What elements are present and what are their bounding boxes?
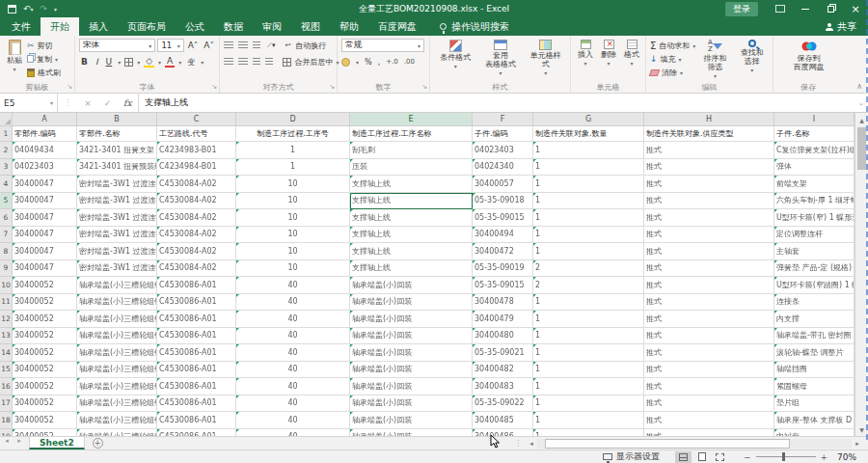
column-header-D[interactable]: D: [236, 113, 350, 126]
accounting-format-icon[interactable]: [341, 58, 350, 67]
cell-H1[interactable]: 制造件关联对象.供应类型: [644, 126, 774, 142]
autosum-button[interactable]: 自动求和▾: [650, 39, 695, 52]
cell-I8[interactable]: 主轴套: [774, 243, 854, 260]
cell-D18[interactable]: 40: [236, 412, 350, 429]
cell-H16[interactable]: 推式: [644, 378, 774, 395]
cell-D4[interactable]: 10: [236, 176, 350, 193]
cell-I3[interactable]: 弹体: [774, 159, 854, 177]
comma-style-button[interactable]: ,: [378, 58, 381, 67]
page-layout-view-button[interactable]: [693, 451, 710, 463]
cell-A4[interactable]: 30400047: [13, 176, 77, 193]
cell-H18[interactable]: 推式: [644, 412, 774, 429]
row-header-5[interactable]: 5: [0, 193, 13, 210]
tab-file[interactable]: 文件: [2, 17, 41, 36]
cell-F19[interactable]: 30400486: [473, 429, 533, 437]
align-bottom-icon[interactable]: [253, 41, 260, 49]
orientation-icon[interactable]: ⟋▾: [265, 41, 277, 49]
cell-E15[interactable]: 轴承端盖(小)回装: [350, 362, 473, 379]
redo-icon[interactable]: ↷: [41, 0, 48, 17]
column-header-I[interactable]: I: [774, 113, 854, 126]
cell-A7[interactable]: 30400047: [13, 227, 77, 244]
merge-center-button[interactable]: 合并后居中▾: [283, 55, 339, 68]
cell-B3[interactable]: 3421-3401 扭簧预装组件: [77, 159, 157, 177]
cell-C17[interactable]: C4530086-A01: [157, 395, 236, 413]
cell-A6[interactable]: 30400047: [13, 209, 77, 227]
zoom-level[interactable]: 70%: [837, 452, 856, 462]
cell-E7[interactable]: 支撑轴上线: [350, 227, 473, 244]
cell-A13[interactable]: 30400052: [13, 328, 77, 345]
cell-E4[interactable]: 支撑轴上线: [350, 176, 473, 193]
select-all-corner[interactable]: [0, 113, 13, 126]
cell-H2[interactable]: 推式: [644, 142, 774, 159]
normal-view-button[interactable]: [675, 451, 692, 463]
format-as-table-button[interactable]: 套用 表格格式 ▾: [479, 39, 523, 82]
number-dialog-launcher[interactable]: ↘: [421, 83, 427, 92]
cell-B7[interactable]: 密封端盖-3W1 过渡连接_1.04 支撑轴组件: [77, 227, 157, 244]
insert-function-button[interactable]: fx: [123, 98, 131, 108]
cell-E2[interactable]: 刮毛刺: [350, 142, 473, 159]
cell-G14[interactable]: 1: [533, 344, 644, 362]
qat-customize-icon[interactable]: ▾: [54, 6, 57, 13]
cell-I10[interactable]: U型环卡箍(窄踏圈) 1 蝶形垫片-D: [774, 277, 854, 294]
row-header-15[interactable]: 15: [0, 362, 13, 379]
cell-I14[interactable]: 滚轮轴-蝶垫 调整片: [774, 344, 854, 362]
align-left-icon[interactable]: [224, 58, 233, 66]
cell-D7[interactable]: 10: [236, 227, 350, 244]
row-header-13[interactable]: 13: [0, 328, 13, 345]
font-family-select[interactable]: 宋体▾: [79, 39, 155, 52]
sort-filter-button[interactable]: AZ 排序和筛选 ▾: [697, 39, 732, 82]
cell-D8[interactable]: 10: [236, 243, 350, 260]
cell-C13[interactable]: C4530086-A01: [157, 328, 236, 345]
cell-I2[interactable]: C复位弹簧支架(拉杆)组件: [774, 142, 854, 159]
cell-H12[interactable]: 推式: [644, 311, 774, 328]
vertical-scroll-thumb[interactable]: [857, 127, 866, 170]
formula-input[interactable]: 支撑轴上线: [139, 94, 854, 112]
sign-in-button[interactable]: 登录: [725, 2, 758, 16]
cell-E19[interactable]: 轴承端盖(小)回装: [350, 429, 473, 437]
row-header-2[interactable]: 2: [0, 142, 13, 159]
cell-C16[interactable]: C4530086-A01: [157, 378, 236, 395]
cell-D16[interactable]: 40: [236, 378, 350, 395]
cell-E13[interactable]: 轴承端盖(小)回装: [350, 328, 473, 345]
row-header-3[interactable]: 3: [0, 159, 13, 177]
fill-button[interactable]: 填充▾: [650, 52, 695, 66]
cell-A19[interactable]: 30400052: [13, 429, 77, 437]
cell-styles-button[interactable]: 单元格样式 ▾: [524, 39, 567, 82]
cell-C9[interactable]: C4530084-A02: [157, 260, 236, 278]
cell-G16[interactable]: 1: [533, 378, 644, 395]
cell-D9[interactable]: 10: [236, 260, 350, 278]
cell-I12[interactable]: 内支撑: [774, 311, 854, 328]
row-header-4[interactable]: 4: [0, 176, 13, 193]
close-button[interactable]: ×: [843, 0, 868, 17]
row-header-17[interactable]: 17: [0, 395, 13, 413]
tab-scrollbar-divider[interactable]: ⋮: [514, 439, 522, 448]
cell-F17[interactable]: 05-35-09022: [473, 395, 533, 413]
align-middle-icon[interactable]: [238, 41, 248, 49]
collapse-ribbon-icon[interactable]: ∧: [856, 82, 862, 91]
cell-G2[interactable]: 1: [533, 142, 644, 159]
insert-cells-button[interactable]: 插入 ▾: [575, 39, 596, 82]
restore-button[interactable]: [818, 0, 843, 17]
cell-C19[interactable]: C4530086-A01: [157, 429, 236, 437]
cell-G7[interactable]: 1: [533, 227, 644, 244]
cell-C6[interactable]: C4530084-A02: [157, 209, 236, 227]
scroll-left-icon[interactable]: ◂: [526, 440, 537, 448]
cell-G10[interactable]: 2: [533, 277, 644, 294]
cell-D6[interactable]: 10: [236, 209, 350, 227]
cell-C15[interactable]: C4530086-A01: [157, 362, 236, 379]
copy-button[interactable]: 复制▾: [27, 52, 61, 66]
cell-G8[interactable]: 1: [533, 243, 644, 260]
zoom-slider[interactable]: [756, 456, 816, 457]
cell-G11[interactable]: 1: [533, 294, 644, 312]
cell-B14[interactable]: 轴承端盖(小)三槽轮组锁紧: [77, 344, 157, 362]
font-size-select[interactable]: 11▾: [157, 39, 183, 52]
percent-style-button[interactable]: %: [365, 58, 372, 67]
cell-I16[interactable]: 紧固螺母: [774, 378, 854, 395]
cell-C8[interactable]: C4530084-A02: [157, 243, 236, 260]
cell-F4[interactable]: 30400057: [473, 176, 533, 193]
cell-F9[interactable]: 05-35-09019: [473, 260, 533, 278]
cell-A18[interactable]: 30400052: [13, 412, 77, 429]
cell-E11[interactable]: 轴承端盖(小)回装: [350, 294, 473, 312]
cell-F2[interactable]: 04023403: [473, 142, 533, 159]
row-header-11[interactable]: 11: [0, 294, 13, 312]
